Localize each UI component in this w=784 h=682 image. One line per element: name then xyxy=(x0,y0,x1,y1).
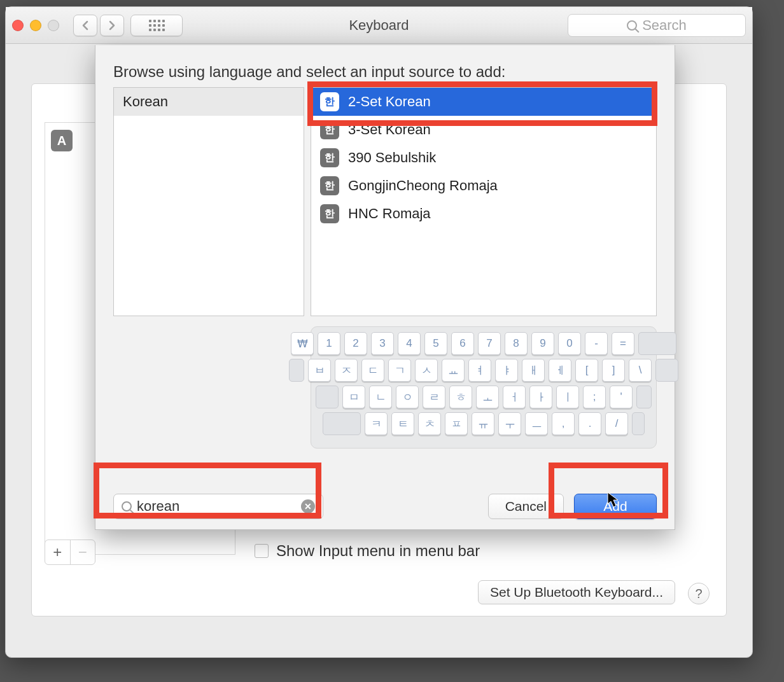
key: / xyxy=(605,412,628,435)
key: \ xyxy=(629,359,652,382)
key: ㄱ xyxy=(388,359,411,382)
key: ㅓ xyxy=(503,386,526,408)
key: ㅜ xyxy=(498,412,521,435)
key: ㅛ xyxy=(442,359,465,382)
input-source-item[interactable]: 한GongjinCheong Romaja xyxy=(311,172,656,200)
key: 7 xyxy=(478,332,501,355)
show-input-menu-row: Show Input menu in menu bar xyxy=(255,542,480,560)
input-source-label: GongjinCheong Romaja xyxy=(348,177,498,194)
sheet-prompt: Browse using language and select an inpu… xyxy=(95,45,675,87)
language-list[interactable]: Korean xyxy=(113,87,304,316)
keyboard-preferences-window: Keyboard Search A + − Show Input menu in… xyxy=(5,6,753,658)
key: ㅊ xyxy=(418,412,441,435)
key: ㅍ xyxy=(445,412,468,435)
key: ㅇ xyxy=(396,386,419,408)
search-icon xyxy=(122,501,132,512)
key: ㄷ xyxy=(361,359,384,382)
key: 8 xyxy=(505,332,528,355)
key: ㅂ xyxy=(308,359,331,382)
key: 2 xyxy=(344,332,367,355)
key: ㅠ xyxy=(472,412,494,435)
cancel-button[interactable]: Cancel xyxy=(488,494,564,519)
key: - xyxy=(585,332,608,355)
keyboard-row: ㅂㅈㄷㄱㅅㅛㅕㅑㅐㅔ[]\ xyxy=(318,359,650,382)
show-input-menu-label: Show Input menu in menu bar xyxy=(276,542,480,560)
key: ㅋ xyxy=(365,412,388,435)
key: ] xyxy=(602,359,625,382)
remove-input-source-button[interactable]: − xyxy=(71,540,95,564)
close-window-button[interactable] xyxy=(12,20,24,31)
key: ㅌ xyxy=(391,412,414,435)
input-source-item[interactable]: 한HNC Romaja xyxy=(311,200,656,228)
key: 0 xyxy=(558,332,581,355)
key: 1 xyxy=(318,332,340,355)
keyboard-row: ₩1234567890-= xyxy=(318,332,650,355)
language-item-korean[interactable]: Korean xyxy=(114,88,304,116)
key: ㅈ xyxy=(335,359,358,382)
key: ㅑ xyxy=(495,359,518,382)
hangul-icon: 한 xyxy=(320,176,339,195)
add-input-source-sheet: Browse using language and select an inpu… xyxy=(95,45,675,530)
sheet-footer: korean ✕ Cancel Add xyxy=(95,484,675,529)
setup-bluetooth-keyboard-button[interactable]: Set Up Bluetooth Keyboard... xyxy=(478,580,675,604)
key: 6 xyxy=(451,332,474,355)
window-controls xyxy=(12,20,59,31)
key: [ xyxy=(575,359,598,382)
input-source-list[interactable]: 한2-Set Korean한3-Set Korean한390 Sebulshik… xyxy=(311,87,657,316)
key: = xyxy=(612,332,634,355)
clear-search-button[interactable]: ✕ xyxy=(301,499,315,513)
input-source-label: 3-Set Korean xyxy=(348,122,431,138)
key: ㅔ xyxy=(549,359,571,382)
help-button[interactable]: ? xyxy=(688,583,710,604)
key: ㅁ xyxy=(342,386,365,408)
key: ㅏ xyxy=(529,386,552,408)
show-input-menu-checkbox[interactable] xyxy=(255,544,269,558)
key: , xyxy=(552,412,575,435)
key: 5 xyxy=(424,332,447,355)
search-icon xyxy=(627,20,637,31)
key: ㄹ xyxy=(423,386,445,408)
maximize-window-button[interactable] xyxy=(48,20,59,31)
cursor-icon xyxy=(607,492,620,508)
input-source-label: 390 Sebulshik xyxy=(348,150,436,166)
hangul-icon: 한 xyxy=(320,204,339,223)
titlebar: Keyboard Search xyxy=(6,7,752,44)
add-remove-buttons: + − xyxy=(45,539,95,565)
key: ㅕ xyxy=(468,359,491,382)
key: . xyxy=(578,412,601,435)
sheet-search-input[interactable]: korean ✕ xyxy=(113,494,323,519)
add-input-source-button[interactable]: + xyxy=(45,540,71,564)
key: 9 xyxy=(531,332,554,355)
back-button[interactable] xyxy=(73,15,97,36)
input-source-item[interactable]: 한3-Set Korean xyxy=(311,116,656,144)
navigation-buttons xyxy=(73,15,124,36)
hangul-icon: 한 xyxy=(320,120,339,139)
key: 3 xyxy=(371,332,394,355)
input-source-a-icon: A xyxy=(51,130,73,151)
key: ㅡ xyxy=(525,412,548,435)
input-source-label: 2-Set Korean xyxy=(348,94,431,110)
hangul-icon: 한 xyxy=(320,148,339,167)
keyboard-row: ㅋㅌㅊㅍㅠㅜㅡ,./ xyxy=(318,412,650,435)
titlebar-search[interactable]: Search xyxy=(568,14,746,37)
forward-button[interactable] xyxy=(100,15,124,36)
key: ㅅ xyxy=(415,359,438,382)
key: 4 xyxy=(398,332,421,355)
input-source-item[interactable]: 한390 Sebulshik xyxy=(311,144,656,172)
key: ㅗ xyxy=(476,386,499,408)
key: ㄴ xyxy=(369,386,392,408)
search-placeholder: Search xyxy=(642,17,687,34)
key: ₩ xyxy=(291,332,314,355)
keyboard-row: ㅁㄴㅇㄹㅎㅗㅓㅏㅣ;' xyxy=(318,386,650,408)
input-source-item[interactable]: 한2-Set Korean xyxy=(311,88,656,116)
input-source-label: HNC Romaja xyxy=(348,205,431,222)
key: ; xyxy=(583,386,606,408)
key: ' xyxy=(610,386,633,408)
key: ㅐ xyxy=(522,359,545,382)
key: ㅎ xyxy=(449,386,472,408)
key: ㅣ xyxy=(556,386,579,408)
minimize-window-button[interactable] xyxy=(30,20,41,31)
keyboard-preview: ₩1234567890-=ㅂㅈㄷㄱㅅㅛㅕㅑㅐㅔ[]\ㅁㄴㅇㄹㅎㅗㅓㅏㅣ;'ㅋㅌㅊ… xyxy=(311,326,657,449)
hangul-icon: 한 xyxy=(320,92,339,111)
show-all-button[interactable] xyxy=(130,15,183,36)
